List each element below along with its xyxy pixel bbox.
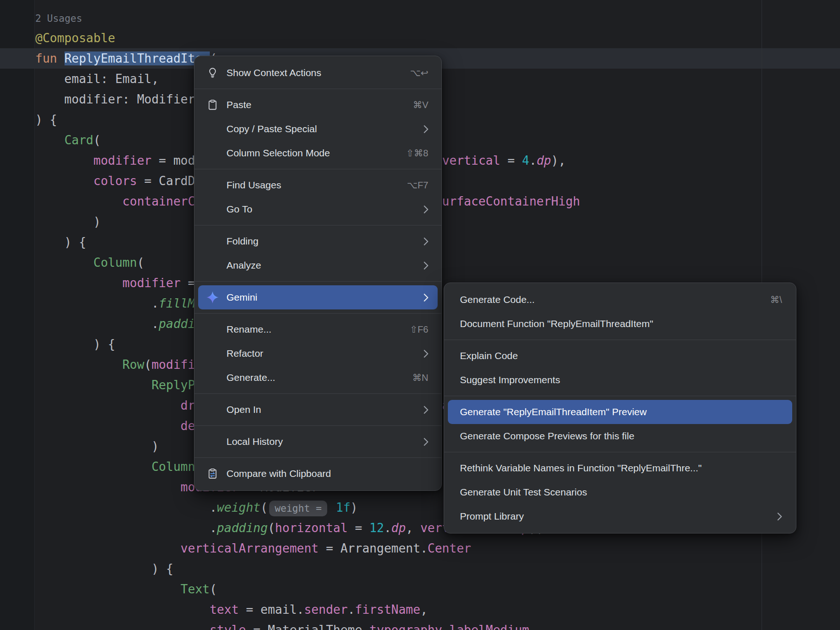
code-token: Text	[181, 582, 210, 596]
menu-item-label: Prompt Library	[460, 511, 524, 522]
menu-item-label: Generate Code...	[460, 294, 535, 305]
code-token: .	[384, 521, 391, 535]
menu-item-shortcut: ⇧F6	[396, 324, 428, 335]
chevron-right-icon	[424, 350, 428, 358]
menu-item-rename[interactable]: Rename...⇧F6	[198, 317, 438, 341]
code-token: (	[268, 521, 275, 535]
code-token: 12	[369, 521, 384, 535]
menu-item-generate[interactable]: Generate...⌘N	[198, 366, 438, 390]
code-token: .	[348, 603, 355, 617]
chevron-right-icon	[424, 238, 428, 245]
menu-separator	[194, 225, 441, 225]
menu-item-explain-code[interactable]: Explain Code	[448, 344, 792, 368]
code-token	[35, 419, 181, 433]
code-token	[35, 399, 181, 412]
code-token: text	[210, 603, 239, 617]
code-token: typography	[369, 623, 442, 630]
code-token: style	[210, 623, 246, 630]
menu-item-suggest-improvements[interactable]: Suggest Improvements	[448, 368, 792, 392]
icon-slot	[206, 435, 220, 449]
menu-item-prompt-library[interactable]: Prompt Library	[448, 504, 792, 528]
code-token: sender	[304, 603, 348, 617]
code-token: ),	[551, 154, 565, 167]
menu-item-folding[interactable]: Folding	[198, 229, 438, 253]
menu-item-rethink-variable-names[interactable]: Rethink Variable Names in Function "Repl…	[448, 456, 792, 480]
menu-item-label: Go To	[226, 204, 252, 215]
code-token: = email.	[239, 603, 304, 617]
menu-item-label: Analyze	[226, 260, 261, 271]
menu-item-label: Local History	[226, 436, 283, 447]
menu-item-gemini[interactable]: Gemini	[198, 285, 438, 309]
code-token	[35, 194, 123, 208]
code-token: .	[35, 317, 159, 331]
menu-item-label: Show Context Actions	[226, 67, 321, 78]
menu-item-compare-with-clipboard[interactable]: Compare with Clipboard	[198, 462, 438, 486]
code-token	[35, 460, 151, 474]
icon-slot	[206, 258, 220, 272]
code-token: Center	[427, 541, 471, 555]
code-token	[35, 276, 123, 290]
menu-item-shortcut: ⌘\	[756, 294, 782, 305]
menu-item-shortcut: ⌘N	[399, 372, 428, 383]
code-token: .	[442, 623, 450, 630]
code-token: ) {	[35, 113, 57, 127]
menu-item-find-usages[interactable]: Find Usages⌥F7	[198, 173, 438, 197]
code-token: =	[348, 521, 369, 535]
menu-item-go-to[interactable]: Go To	[198, 197, 438, 221]
editor-context-menu: Show Context Actions⌥↩Paste⌘VCopy / Past…	[194, 56, 442, 491]
code-token: horizontal	[275, 521, 348, 535]
code-token	[35, 256, 93, 270]
menu-item-generate-compose-previews[interactable]: Generate Compose Previews for this file	[448, 424, 792, 448]
menu-item-generate-unit-test-scenarios[interactable]: Generate Unit Test Scenarios	[448, 480, 792, 504]
chevron-right-icon	[424, 125, 428, 133]
code-token: (	[137, 256, 144, 270]
code-line: style = MaterialTheme.typography.labelMe…	[0, 620, 840, 630]
menu-item-analyze[interactable]: Analyze	[198, 253, 438, 277]
menu-item-local-history[interactable]: Local History	[198, 430, 438, 454]
code-token: (	[210, 582, 217, 596]
menu-separator	[444, 396, 796, 396]
code-token	[35, 623, 210, 630]
code-line: verticalArrangement = Arrangement.Center	[0, 538, 840, 559]
usages-hint[interactable]: 2 Usages	[35, 13, 82, 24]
code-token: ReplyEmailThreadItem	[65, 51, 210, 65]
menu-item-paste[interactable]: Paste⌘V	[198, 93, 438, 117]
menu-item-label: Refactor	[226, 348, 263, 359]
menu-item-open-in[interactable]: Open In	[198, 398, 438, 422]
code-token	[35, 358, 123, 372]
code-token: (	[260, 501, 268, 514]
code-token: dp	[536, 154, 551, 167]
menu-item-label: Column Selection Mode	[226, 148, 330, 159]
ide-screen: 2 Usages@Composablefun ReplyEmailThreadI…	[0, 0, 840, 630]
icon-slot	[206, 403, 220, 417]
code-token: .	[530, 154, 537, 167]
code-token: ,	[420, 603, 428, 617]
code-token	[35, 378, 151, 392]
menu-item-column-selection-mode[interactable]: Column Selection Mode⇧⌘8	[198, 141, 438, 165]
inlay-parameter-hint: weight =	[269, 501, 327, 516]
menu-item-generate-code[interactable]: Generate Code...⌘\	[448, 288, 792, 312]
menu-item-document-function[interactable]: Document Function "ReplyEmailThreadItem"	[448, 312, 792, 336]
code-token: @Composable	[35, 31, 115, 45]
menu-item-label: Generate Compose Previews for this file	[460, 431, 634, 442]
menu-separator	[444, 340, 796, 340]
menu-item-generate-preview[interactable]: Generate "ReplyEmailThreadItem" Preview	[448, 400, 792, 424]
menu-item-show-context-actions[interactable]: Show Context Actions⌥↩	[198, 61, 438, 85]
menu-separator	[444, 452, 796, 452]
code-token: ) {	[35, 337, 115, 351]
code-token	[35, 154, 93, 167]
chevron-right-icon	[424, 206, 428, 213]
menu-item-copy-paste-special[interactable]: Copy / Paste Special	[198, 117, 438, 141]
chevron-right-icon	[424, 262, 428, 270]
code-token: = MaterialTheme.	[246, 623, 369, 630]
menu-separator	[194, 169, 441, 169]
menu-item-refactor[interactable]: Refactor	[198, 341, 438, 366]
code-token	[35, 541, 181, 555]
icon-slot	[206, 234, 220, 248]
code-token: Column	[151, 460, 195, 474]
code-token: .	[35, 521, 217, 535]
compare-clipboard-icon	[206, 467, 220, 481]
menu-item-label: Folding	[226, 236, 258, 247]
menu-separator	[194, 457, 441, 458]
code-token: Card	[65, 133, 94, 147]
